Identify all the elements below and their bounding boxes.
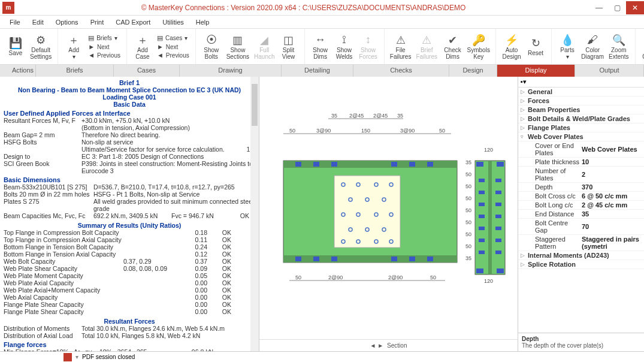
previous-case-button[interactable]: ◄Previous	[157, 52, 189, 59]
pdf-icon	[64, 353, 72, 361]
add-brief-button[interactable]: ＋Add▾	[62, 32, 86, 61]
drawing-footer: ◄ ► Section	[259, 339, 518, 351]
zoom-extents-button[interactable]: 🔍Zoom Extents	[606, 32, 631, 61]
menu-cadexport[interactable]: CAD Export	[110, 17, 156, 27]
prop-group[interactable]: ▷Beam Properties	[518, 105, 644, 114]
svg-rect-39	[295, 257, 301, 261]
tab-drawing[interactable]: Drawing	[180, 65, 282, 77]
menu-options[interactable]: Options	[50, 17, 84, 27]
status-bar: ▾ PDF session closed	[0, 351, 644, 362]
parts-button[interactable]: 💧Parts▾	[555, 32, 579, 61]
next-brief-button[interactable]: ►Next	[88, 43, 120, 50]
tab-cases[interactable]: Cases	[114, 65, 180, 77]
svg-text:50: 50	[465, 207, 471, 213]
summary-row: Web Plate Shear Capacity0.08, 0.08, 0.09…	[4, 265, 255, 272]
show-forces-button[interactable]: ↕Show Forces	[356, 32, 380, 61]
show-welds-button[interactable]: ⟟Show Welds	[332, 32, 356, 61]
symbols-key-button[interactable]: 🔑Symbols Key	[465, 32, 492, 61]
default-settings-button[interactable]: ⚙Default Settings	[28, 32, 54, 61]
brief-failures-button[interactable]: ⚠Brief Failures	[413, 32, 440, 61]
svg-rect-37	[409, 162, 415, 167]
prop-group[interactable]: ▷Splice Rotation	[518, 260, 644, 269]
check-dims-button[interactable]: ✔Check Dims	[440, 32, 465, 61]
svg-text:35: 35	[465, 159, 471, 165]
svg-text:120: 120	[484, 147, 493, 153]
svg-rect-36	[391, 162, 397, 167]
prop-item[interactable]: Cover or End PlatesWeb Cover Plates	[518, 141, 644, 158]
prop-item[interactable]: Bolt Cross c/c6 @ 50 c/c mm	[518, 192, 644, 201]
previous-brief-button[interactable]: ◄Previous	[88, 52, 120, 59]
summary-heading: Summary of Results (Unity Ratios)	[4, 222, 255, 229]
prop-group[interactable]: ▷Forces	[518, 96, 644, 105]
summary-row: Web Plate Axial+Moment Capacity0.00OK	[4, 286, 255, 294]
print-output-button[interactable]: 🖨Print Output	[639, 29, 644, 64]
prop-item[interactable]: Number of Plates2	[518, 167, 644, 183]
svg-rect-69	[479, 251, 485, 254]
reset-button[interactable]: ↻Reset	[524, 32, 548, 61]
sort-icon[interactable]: ▪▾	[521, 78, 527, 86]
svg-text:50: 50	[439, 128, 445, 134]
briefs-dropdown[interactable]: ▤Briefs ▾	[88, 34, 120, 42]
prop-item[interactable]: Plate thickness10	[518, 158, 644, 167]
color-diagram-button[interactable]: 🖌Color Diagram	[579, 32, 606, 61]
svg-rect-66	[495, 227, 501, 230]
split-view-button[interactable]: ◫Split View	[277, 32, 301, 61]
tab-checks[interactable]: Checks	[353, 65, 449, 77]
arrow-right-icon: ►	[88, 43, 95, 50]
prop-item[interactable]: End Distance35	[518, 210, 644, 219]
svg-rect-53	[476, 162, 483, 167]
menu-help[interactable]: Help	[190, 17, 216, 27]
menu-print[interactable]: Print	[84, 17, 110, 27]
summary-row: Web Plate Axial Capacity0.00OK	[4, 279, 255, 286]
drawing-canvas[interactable]: 35 2@45 2@45 35 50 3@90 150 3@90 50	[259, 77, 518, 339]
tab-display[interactable]: Display	[497, 65, 575, 77]
prop-toolbar[interactable]: ▪▾	[518, 77, 644, 88]
add-case-button[interactable]: ＋Add Case	[131, 32, 155, 61]
app-icon: m	[2, 2, 14, 14]
tab-output[interactable]: Output	[575, 65, 644, 77]
connection-drawing: 35 2@45 2@45 35 50 3@90 150 3@90 50	[271, 107, 511, 322]
prop-group[interactable]: ▷Flange Plates	[518, 123, 644, 132]
close-button[interactable]: ✕	[626, 1, 644, 14]
show-bolts-button[interactable]: ⦿Show Bolts	[199, 32, 223, 61]
maximize-button[interactable]: ▢	[608, 1, 626, 14]
key-icon: 🔑	[472, 34, 485, 47]
haunch-icon: ◢	[260, 34, 268, 47]
prop-item[interactable]: Bolt Long c/c2 @ 45 c/c mm	[518, 201, 644, 210]
prop-item[interactable]: Bolt Centre Gap70	[518, 219, 644, 235]
save-button[interactable]: 💾Save	[4, 32, 28, 61]
report-scrollbar[interactable]	[250, 77, 259, 351]
show-dims-button[interactable]: ↔Show Dims	[309, 32, 332, 61]
tab-briefs[interactable]: Briefs	[36, 65, 114, 77]
show-sections-button[interactable]: ▥Show Sections	[223, 32, 252, 61]
next-case-button[interactable]: ►Next	[157, 43, 189, 50]
svg-rect-56	[497, 269, 504, 273]
tab-design[interactable]: Design	[449, 65, 497, 77]
prop-group[interactable]: ▷Bolt Details & Weld/Plate Grades	[518, 114, 644, 123]
minimize-button[interactable]: —	[590, 1, 608, 14]
svg-rect-58	[495, 179, 501, 182]
menu-file[interactable]: File	[4, 17, 26, 27]
prop-group[interactable]: ▷Internal Moments (AD243)	[518, 251, 644, 260]
welds-icon: ⟟	[342, 34, 346, 47]
tab-detailing[interactable]: Detailing	[282, 65, 353, 77]
full-haunch-button[interactable]: ◢Full Haunch	[252, 32, 277, 61]
file-failures-button[interactable]: ⚠File Failures	[388, 32, 413, 61]
prop-item[interactable]: Staggered PatternStaggered in pairs (sym…	[518, 235, 644, 251]
prop-group[interactable]: ▿Web Cover Plates	[518, 132, 644, 141]
basic-dims-heading: Basic Dimensions	[4, 176, 255, 183]
auto-design-button[interactable]: ⚡Auto Design	[500, 32, 524, 61]
svg-text:3@90: 3@90	[400, 128, 415, 134]
prop-group[interactable]: ▷General	[518, 88, 644, 96]
prop-item[interactable]: Depth370	[518, 183, 644, 192]
menu-utilities[interactable]: Utilities	[156, 17, 189, 27]
summary-row: Web Axial Capacity0.00OK	[4, 294, 255, 301]
svg-rect-59	[479, 191, 485, 194]
svg-text:50: 50	[465, 171, 471, 177]
cases-dropdown[interactable]: ▤Cases ▾	[157, 34, 189, 42]
tab-actions[interactable]: Actions	[0, 65, 36, 77]
svg-rect-70	[495, 251, 501, 254]
properties-panel: ▪▾ ▷General▷Forces▷Beam Properties▷Bolt …	[518, 77, 644, 351]
menu-edit[interactable]: Edit	[26, 17, 50, 27]
section-nav[interactable]: ◄ ►	[370, 342, 384, 349]
